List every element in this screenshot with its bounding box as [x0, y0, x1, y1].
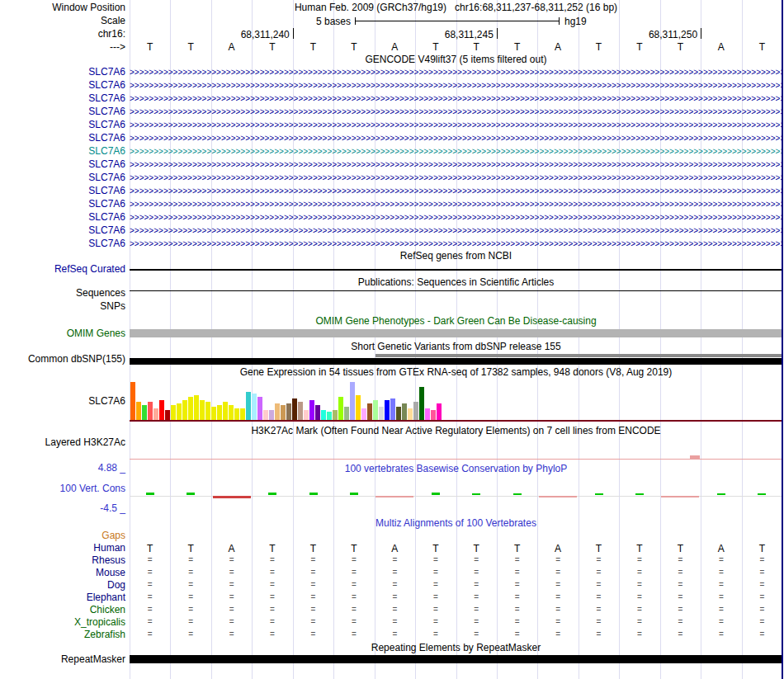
gtex-bar[interactable] [269, 410, 274, 420]
gtex-bar[interactable] [148, 402, 153, 420]
gtex-bar[interactable] [263, 410, 268, 420]
gene-arrow-row[interactable]: >>>>>>>>>>>>>>>>>>>>>>>>>>>>>>>>>>>>>>>>… [130, 146, 782, 158]
gtex-bar[interactable] [379, 407, 384, 420]
gtex-bar[interactable] [217, 405, 222, 420]
dbsnp-variant-gray[interactable] [375, 354, 782, 357]
gtex-bar[interactable] [177, 403, 182, 420]
gtex-bar[interactable] [315, 405, 320, 420]
gtex-bar[interactable] [321, 410, 326, 420]
gtex-bar[interactable] [171, 405, 176, 420]
track-label-refseq-curated[interactable]: RefSeq Curated [0, 264, 125, 275]
gtex-bar[interactable] [304, 410, 309, 420]
gtex-bar[interactable] [309, 400, 314, 420]
gtex-bar[interactable] [367, 403, 372, 420]
gtex-bar[interactable] [240, 408, 245, 420]
gtex-bar[interactable] [333, 410, 338, 420]
gtex-bar[interactable] [286, 403, 291, 420]
gtex-bar[interactable] [327, 412, 332, 420]
species-label[interactable]: Mouse [0, 568, 125, 578]
gtex-bar[interactable] [165, 410, 170, 420]
gtex-bar[interactable] [136, 402, 141, 420]
repeatmasker-item[interactable] [130, 655, 782, 663]
gene-label[interactable]: SLC7A6 [0, 159, 125, 170]
gtex-bar[interactable] [153, 408, 158, 420]
gene-arrow-row[interactable]: >>>>>>>>>>>>>>>>>>>>>>>>>>>>>>>>>>>>>>>>… [130, 93, 782, 105]
gtex-bar[interactable] [234, 408, 239, 420]
gtex-bar[interactable] [194, 395, 199, 420]
track-label-sequences[interactable]: Sequences [0, 288, 125, 299]
gtex-bar[interactable] [419, 387, 424, 420]
gtex-bar[interactable] [200, 400, 205, 420]
gtex-bar[interactable] [373, 400, 378, 420]
track-label-100-vert-cons[interactable]: 100 Vert. Cons [0, 483, 125, 494]
gene-label[interactable]: SLC7A6 [0, 186, 125, 196]
gtex-bar[interactable] [350, 382, 355, 420]
gene-arrow-row[interactable]: >>>>>>>>>>>>>>>>>>>>>>>>>>>>>>>>>>>>>>>>… [130, 225, 782, 237]
gtex-bar[interactable] [229, 405, 234, 420]
gtex-bar[interactable] [246, 392, 251, 420]
species-label[interactable]: Chicken [0, 605, 125, 615]
gtex-bar[interactable] [402, 403, 407, 420]
gene-arrow-row[interactable]: >>>>>>>>>>>>>>>>>>>>>>>>>>>>>>>>>>>>>>>>… [130, 199, 782, 210]
gtex-bar[interactable] [431, 410, 436, 420]
gene-arrow-row[interactable]: >>>>>>>>>>>>>>>>>>>>>>>>>>>>>>>>>>>>>>>>… [130, 172, 782, 184]
gene-label[interactable]: SLC7A6 [0, 199, 125, 210]
gene-label[interactable]: SLC7A6 [0, 146, 125, 157]
gene-arrow-row[interactable]: >>>>>>>>>>>>>>>>>>>>>>>>>>>>>>>>>>>>>>>>… [130, 106, 782, 118]
gene-arrow-row[interactable]: >>>>>>>>>>>>>>>>>>>>>>>>>>>>>>>>>>>>>>>>… [130, 67, 782, 78]
gtex-bar[interactable] [408, 408, 413, 420]
track-label-common-dbsnp[interactable]: Common dbSNP(155) [0, 354, 125, 365]
species-label[interactable]: Zebrafish [0, 629, 125, 640]
gtex-bar[interactable] [275, 403, 280, 420]
gtex-bar[interactable] [396, 407, 401, 420]
species-label[interactable]: Elephant [0, 592, 125, 603]
gene-arrow-row[interactable]: >>>>>>>>>>>>>>>>>>>>>>>>>>>>>>>>>>>>>>>>… [130, 120, 782, 131]
refseq-gene-item[interactable] [130, 269, 782, 271]
gene-label[interactable]: SLC7A6 [0, 212, 125, 223]
gtex-bar[interactable] [281, 405, 286, 420]
track-label-h3k27ac[interactable]: Layered H3K27Ac [0, 437, 125, 448]
publications-item[interactable] [130, 290, 782, 291]
gtex-bar[interactable] [390, 398, 395, 420]
gtex-bar[interactable] [385, 400, 390, 420]
gtex-bar[interactable] [344, 407, 349, 420]
gtex-bar[interactable] [338, 397, 343, 420]
gene-arrow-row[interactable]: >>>>>>>>>>>>>>>>>>>>>>>>>>>>>>>>>>>>>>>>… [130, 159, 782, 171]
gtex-bar[interactable] [356, 395, 361, 420]
gtex-bar[interactable] [257, 397, 262, 420]
gene-label[interactable]: SLC7A6 [0, 238, 125, 249]
gtex-bar[interactable] [252, 394, 257, 420]
gtex-bar[interactable] [211, 407, 216, 420]
gene-label[interactable]: SLC7A6 [0, 172, 125, 183]
species-label[interactable]: Gaps [0, 530, 125, 541]
gtex-bar[interactable] [413, 402, 418, 420]
gene-label[interactable]: SLC7A6 [0, 225, 125, 236]
gene-label[interactable]: SLC7A6 [0, 67, 125, 78]
species-label[interactable]: Dog [0, 580, 125, 591]
gtex-bar[interactable] [130, 382, 135, 420]
gene-label[interactable]: SLC7A6 [0, 80, 125, 91]
gtex-bar[interactable] [298, 402, 303, 420]
gtex-bar[interactable] [159, 400, 164, 420]
gtex-bar[interactable] [425, 408, 430, 420]
gene-arrow-row[interactable]: >>>>>>>>>>>>>>>>>>>>>>>>>>>>>>>>>>>>>>>>… [130, 238, 782, 250]
gene-label[interactable]: SLC7A6 [0, 93, 125, 104]
gene-label[interactable]: SLC7A6 [0, 106, 125, 117]
omim-gene-item[interactable] [130, 329, 782, 337]
track-label-omim-genes[interactable]: OMIM Genes [0, 328, 125, 339]
gtex-bar[interactable] [142, 405, 147, 420]
track-label-repeatmasker[interactable]: RepeatMasker [0, 654, 125, 665]
gene-arrow-row[interactable]: >>>>>>>>>>>>>>>>>>>>>>>>>>>>>>>>>>>>>>>>… [130, 133, 782, 144]
gtex-bar[interactable] [292, 398, 297, 420]
gtex-bar[interactable] [361, 408, 366, 420]
gene-arrow-row[interactable]: >>>>>>>>>>>>>>>>>>>>>>>>>>>>>>>>>>>>>>>>… [130, 80, 782, 92]
gtex-bar[interactable] [437, 403, 442, 420]
gtex-bar[interactable] [223, 402, 228, 420]
track-label-gtex-gene[interactable]: SLC7A6 [0, 396, 125, 407]
dbsnp-variant-black[interactable] [130, 358, 782, 365]
gene-arrow-row[interactable]: >>>>>>>>>>>>>>>>>>>>>>>>>>>>>>>>>>>>>>>>… [130, 212, 782, 224]
gtex-bar[interactable] [205, 402, 210, 420]
gene-label[interactable]: SLC7A6 [0, 120, 125, 130]
gtex-bar[interactable] [188, 397, 193, 420]
species-label[interactable]: Rhesus [0, 555, 125, 566]
